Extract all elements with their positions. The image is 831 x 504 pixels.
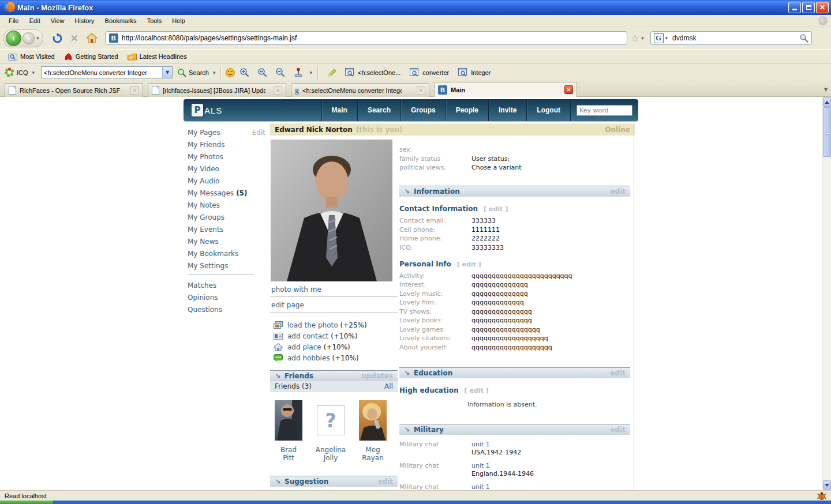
friends-all-link[interactable]: All [384, 382, 393, 390]
tab-close-button[interactable]: ✕ [274, 86, 282, 95]
add-contact-action[interactable]: add contact (+10%) [270, 330, 398, 341]
find-button-converter[interactable]: converter [410, 68, 449, 77]
contact-info-edit-link[interactable]: [ edit ] [484, 205, 508, 213]
find-search-dropdown-icon[interactable]: ▾ [211, 70, 218, 76]
scroll-up-button[interactable] [823, 97, 831, 107]
forward-button[interactable]: › [23, 32, 35, 44]
military-unit-link[interactable]: unit 1 [471, 441, 521, 448]
tab-close-button[interactable]: ✕ [564, 85, 573, 94]
zoom-reset-button[interactable] [257, 67, 267, 77]
nav-groups[interactable]: Groups [400, 99, 446, 121]
menu-bookmarks[interactable]: Bookmarks [100, 16, 142, 25]
close-button[interactable]: ✕ [816, 2, 829, 13]
add-place-action[interactable]: add place (+10%) [270, 341, 398, 352]
search-go-icon[interactable] [799, 33, 808, 43]
load-photo-action[interactable]: load the photo (+25%) [270, 319, 398, 330]
menu-history[interactable]: History [69, 16, 99, 25]
converter-combo-input[interactable] [42, 69, 162, 76]
sidebar-item-my-photos[interactable]: My Photos [188, 153, 223, 161]
menu-help[interactable]: Help [167, 16, 190, 25]
find-search-label[interactable]: Search [189, 69, 209, 76]
sidebar-item-my-groups[interactable]: My Groups [188, 214, 224, 221]
zoom-in-button[interactable] [239, 67, 249, 77]
nav-people[interactable]: People [446, 99, 488, 121]
sidebar-item-my-pages[interactable]: My Pages [188, 129, 220, 137]
sidebar-item-opinions[interactable]: Opinions [188, 294, 218, 302]
friend-name[interactable]: Brad Pitt [280, 446, 297, 462]
icq-flower-icon[interactable] [5, 67, 14, 77]
friends-updates-link[interactable]: updates [361, 372, 393, 380]
icq-menu-label[interactable]: ICQ [17, 69, 28, 76]
restore-button[interactable] [802, 2, 815, 13]
sidebar-item-my-events[interactable]: My Events [188, 226, 223, 234]
edit-page-link[interactable]: edit page [271, 301, 304, 309]
friend-brad-pitt[interactable]: Brad Pitt [270, 399, 307, 462]
bookmark-dropdown-icon[interactable]: ▾ [639, 35, 646, 41]
sidebar-item-matches[interactable]: Matches [188, 282, 216, 289]
military-unit-link[interactable]: unit 1 [471, 462, 534, 469]
nav-invite[interactable]: Invite [488, 99, 526, 121]
sidebar-item-my-friends[interactable]: My Friends [188, 141, 224, 149]
suggestion-edit-link[interactable]: edit [377, 477, 393, 486]
sidebar-item-my-notes[interactable]: My Notes [188, 202, 220, 209]
joystick-dropdown-icon[interactable]: ▾ [308, 70, 314, 76]
user-status-icon[interactable] [225, 67, 235, 78]
converter-combobox[interactable]: ▼ [41, 66, 173, 78]
bookmark-most-visited[interactable]: Most Visited [3, 51, 59, 62]
friend-name[interactable]: Angelina Jolly [316, 446, 346, 462]
military-edit-link[interactable]: edit [610, 426, 626, 434]
bookmark-latest-headlines[interactable]: Latest Headlines [123, 52, 192, 62]
sidebar-item-my-settings[interactable]: My Settings [188, 262, 229, 270]
highlight-button[interactable] [326, 68, 336, 77]
menu-file[interactable]: File [3, 16, 24, 25]
menu-tools[interactable]: Tools [142, 16, 167, 25]
tab-richfaces-issues[interactable]: [richfaces-issues] [JBoss JIRA] Update..… [148, 83, 286, 97]
add-hobbies-action[interactable]: add hobbies (+10%) [270, 352, 398, 363]
personal-info-edit-link[interactable]: [ edit ] [457, 261, 481, 268]
tab-main-active[interactable]: B Main ✕ [434, 82, 577, 97]
find-button-integer[interactable]: Integer [458, 68, 491, 77]
sidebar-item-my-audio[interactable]: My Audio [188, 178, 219, 185]
web-search-input[interactable] [672, 34, 799, 42]
education-edit-link[interactable]: edit [610, 369, 626, 377]
reload-button[interactable] [52, 33, 63, 44]
joystick-button[interactable] [293, 67, 304, 78]
tab-close-button[interactable]: ✕ [417, 86, 425, 95]
high-education-edit-link[interactable]: [ edit ] [465, 387, 489, 394]
military-unit-link[interactable]: unit 1 [471, 483, 521, 491]
friend-name[interactable]: Meg Rayan [362, 446, 384, 462]
friend-meg-rayan[interactable]: Meg Rayan [354, 399, 391, 462]
sidebar-edit-link[interactable]: Edit [252, 129, 265, 137]
tab-richfaces[interactable]: RichFaces - Open Source Rich JSF Com... … [5, 83, 143, 97]
firebug-icon[interactable] [817, 492, 826, 500]
vertical-scrollbar[interactable] [822, 97, 831, 490]
tab-google-search[interactable]: g <h:selectOneMenu converter Integer -..… [291, 83, 429, 97]
menu-view[interactable]: View [46, 16, 70, 25]
nav-main[interactable]: Main [321, 99, 357, 121]
nav-search[interactable]: Search [357, 99, 400, 121]
sidebar-item-my-news[interactable]: My News [188, 238, 219, 246]
information-edit-link[interactable]: edit [610, 187, 626, 195]
tab-list-dropdown-icon[interactable]: ▼ [822, 85, 830, 94]
address-bar[interactable]: B [105, 31, 627, 45]
friends-count-link[interactable]: Friends (3) [275, 382, 312, 390]
history-dropdown-icon[interactable]: ▾ [35, 35, 41, 41]
nav-logout[interactable]: Logout [526, 99, 570, 121]
scrollbar-thumb[interactable] [823, 107, 831, 157]
photo-with-me-link[interactable]: photo with me [271, 285, 321, 294]
menu-edit[interactable]: Edit [24, 16, 46, 25]
scroll-down-button[interactable] [823, 480, 831, 490]
friend-angelina-jolly[interactable]: ? Angelina Jolly [312, 399, 349, 462]
sidebar-item-questions[interactable]: Questions [188, 306, 222, 314]
back-button[interactable]: ‹ [6, 31, 21, 46]
tab-close-button[interactable]: ✕ [130, 86, 139, 95]
search-engine-icon[interactable]: G [654, 33, 664, 43]
url-input[interactable] [122, 34, 623, 42]
search-engine-dropdown-icon[interactable]: ▾ [664, 35, 670, 41]
stop-button[interactable]: × [71, 33, 78, 43]
sidebar-item-my-video[interactable]: My Video [188, 166, 219, 173]
bookmark-star-icon[interactable]: ☆ [631, 32, 639, 44]
sidebar-item-my-bookmarks[interactable]: My Bookmarks [188, 250, 238, 258]
find-button-selectone[interactable]: <h:selectOne... [345, 68, 400, 77]
minimize-button[interactable] [788, 2, 801, 13]
